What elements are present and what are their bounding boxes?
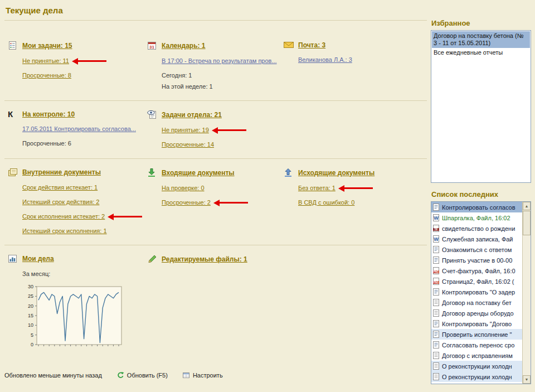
item-link[interactable]: В 17:00 - Встреча по результатам пров... (162, 57, 277, 65)
dept-tasks-title-link[interactable]: Задачи отдела: 21 (162, 111, 222, 119)
recent-item[interactable]: PNGСчет-фактура, Файл, 16:0 (431, 265, 522, 276)
calendar-header: 31Календарь: 1 (147, 41, 279, 50)
red-arrow-annotation (77, 60, 106, 62)
svg-text:W: W (434, 215, 439, 221)
calendar-title-link[interactable]: Календарь: 1 (162, 42, 206, 50)
sections-row: Мои делаЗа месяц:051015202530Редактируем… (4, 245, 427, 365)
word-file-icon: W (432, 235, 440, 243)
recent-item[interactable]: О реконструкции холодн (431, 361, 522, 371)
item-link[interactable]: Просроченные: 8 (22, 72, 71, 79)
document-icon (432, 298, 440, 307)
recent-item[interactable]: Контролировать согласов (431, 202, 522, 212)
item-link[interactable]: Просроченные: 2 (162, 199, 211, 206)
refresh-button[interactable]: Обновить (F5) (116, 371, 168, 379)
item-text: Сегодня: 1 (162, 72, 192, 79)
item-link[interactable]: Не принятые: 11 (22, 57, 69, 65)
svg-text:15: 15 (28, 313, 33, 318)
recent-item[interactable]: Договор на поставку бет (431, 297, 522, 308)
item-link[interactable]: Истекший срок исполнения: 1 (22, 228, 107, 235)
item-link[interactable]: Великанова Л.А.: 3 (298, 56, 352, 64)
on-control-title-link[interactable]: На контроле: 10 (22, 110, 75, 118)
recent-item[interactable]: Проверить исполнение " (431, 329, 522, 340)
recent-item-label: Договор с исправлениям (442, 352, 513, 359)
svg-text:TIF: TIF (434, 228, 438, 231)
my-tasks-title-link[interactable]: Мои задачи: 15 (22, 42, 72, 50)
item-link[interactable]: Просроченные: 14 (162, 141, 214, 148)
task-icon (432, 245, 440, 254)
edited-files-header: Редактируемые файлы: 1 (147, 254, 279, 264)
refresh-icon (116, 371, 124, 379)
recent-item-label: Принять участие в 00-00 (442, 257, 512, 264)
scroll-thumb[interactable] (523, 211, 531, 235)
red-arrow-annotation (219, 202, 248, 204)
configure-label: Настроить (193, 372, 223, 379)
svg-text:PNG: PNG (434, 270, 439, 273)
dept-tasks-icon (147, 110, 159, 119)
favorites-item[interactable]: Все ежедневные отчеты (432, 48, 530, 57)
mail-header: Почта: 3 (284, 41, 421, 49)
recent-item[interactable]: WШпаргалка, Файл, 16:02 (431, 212, 522, 223)
item-link[interactable]: Не принятые: 19 (162, 127, 209, 134)
item-link[interactable]: 17.05.2011 Контролировать согласова... (22, 125, 136, 133)
section-on-control: КНа контроле: 1017.05.2011 Контролироват… (8, 110, 147, 148)
item-text: За месяц: (22, 270, 50, 278)
recent-item[interactable]: WСлужебная записка, Фай (431, 234, 522, 244)
item-link[interactable]: Истекший срок действия: 2 (22, 199, 99, 206)
recent-title: Список последних (431, 190, 531, 199)
item-link[interactable]: На проверке: 0 (162, 185, 205, 192)
my-affairs-title-link[interactable]: Мои дела (22, 255, 54, 263)
internal-docs-icon (8, 168, 20, 177)
scroll-down-button[interactable]: ▼ (523, 375, 531, 384)
incoming-docs-title-link[interactable]: Входящие документы (162, 169, 235, 177)
section-item: Сегодня: 1 (162, 72, 279, 79)
recent-item-label: О реконструкции холодн (442, 374, 512, 380)
section-item: Не принятые: 11 (22, 57, 143, 65)
item-link[interactable]: Срок исполнения истекает: 2 (22, 213, 105, 220)
configure-button[interactable]: Настроить (182, 371, 223, 379)
internal-docs-header: Внутренние документы (8, 168, 143, 177)
scroll-track[interactable] (523, 210, 531, 375)
mail-icon (284, 41, 296, 49)
item-link[interactable]: В СВД с ошибкой: 0 (298, 199, 354, 206)
item-link[interactable]: Без ответа: 1 (298, 185, 335, 192)
outgoing-docs-title-link[interactable]: Исходящие документы (298, 169, 374, 177)
recent-item[interactable]: Контролировать "Догово (431, 318, 522, 329)
mail-title-link[interactable]: Почта: 3 (298, 41, 325, 49)
sections-row: Мои задачи: 15Не принятые: 11Просроченны… (4, 21, 427, 100)
recent-item[interactable]: TIFсвидетельство о рождени (431, 223, 522, 234)
tasks-icon (8, 41, 20, 50)
sections-row: КНа контроле: 1017.05.2011 Контролироват… (4, 101, 427, 158)
configure-icon (182, 371, 190, 379)
edited-files-title-link[interactable]: Редактируемые файлы: 1 (162, 255, 247, 263)
section-incoming-docs: Входящие документыНа проверке: 0Просроче… (147, 168, 284, 235)
section-outgoing-docs: Исходящие документыБез ответа: 1В СВД с … (284, 168, 426, 235)
section-item: 17.05.2011 Контролировать согласова... (22, 125, 143, 133)
recent-item[interactable]: Договор аренды оборудо (431, 308, 522, 318)
recent-item[interactable]: О реконструкции холодн (431, 371, 522, 382)
section-item: В СВД с ошибкой: 0 (298, 199, 421, 206)
internal-docs-title-link[interactable]: Внутренние документы (22, 168, 101, 176)
dept-tasks-header: Задачи отдела: 21 (147, 110, 279, 119)
recent-item-label: Шпаргалка, Файл, 16:02 (442, 215, 510, 221)
recent-item[interactable]: Принять участие в 00-00 (431, 255, 522, 265)
scroll-up-button[interactable]: ▲ (523, 202, 531, 210)
section-edited-files: Редактируемые файлы: 1 (147, 254, 284, 355)
document-icon (432, 309, 440, 317)
section-dept-tasks: Задачи отдела: 21Не принятые: 19Просроче… (147, 110, 284, 148)
item-link[interactable]: Срок действия истекает: 1 (22, 184, 98, 191)
recent-item[interactable]: PNGСтраница2, Файл, 16:02 ( (431, 276, 522, 287)
recent-item[interactable]: Договор с исправлениям (431, 350, 522, 361)
recent-item[interactable]: Согласовать перенос сро (431, 340, 522, 350)
recent-item-label: Согласовать перенос сро (442, 342, 514, 349)
section-mail: Почта: 3Великанова Л.А.: 3 (284, 41, 426, 90)
favorites-item[interactable]: Договор на поставку бетона (№ 3 - 11 от … (432, 31, 530, 48)
recent-item[interactable]: Ознакомиться с ответом (431, 244, 522, 255)
document-icon (432, 372, 440, 381)
item-text: Просроченные: 6 (22, 140, 71, 147)
task-icon (432, 288, 440, 296)
recent-scrollbar[interactable]: ▲ ▼ (522, 202, 531, 384)
control-icon: К (8, 110, 20, 118)
incoming-docs-icon (147, 168, 159, 177)
recent-item[interactable]: Контролировать "О задер (431, 287, 522, 297)
main-area: Текущие дела Мои задачи: 15Не принятые: … (0, 0, 427, 365)
